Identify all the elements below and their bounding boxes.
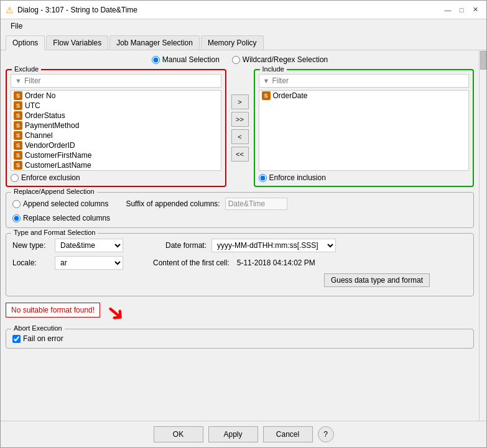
content-scrollbar[interactable]	[479, 50, 486, 421]
list-item[interactable]: S CustomerLastName	[11, 160, 221, 170]
new-type-row: New type: Date&time Date Time Date forma…	[12, 239, 467, 252]
replace-append-section: Replace/Append Selection Append selected…	[6, 192, 474, 228]
replace-radio-group: Replace selected columns	[12, 214, 467, 222]
scrollbar-thumb[interactable]	[480, 51, 486, 70]
enforce-exclusion-row: Enforce exclusion	[11, 173, 221, 182]
replace-radio-input[interactable]	[12, 214, 21, 222]
replace-append-label: Replace/Append Selection	[11, 188, 97, 195]
list-item[interactable]: S Channel	[11, 130, 221, 140]
tabs-bar: Options Flow Variables Job Manager Selec…	[1, 33, 486, 50]
include-filter-icon: ▼	[263, 77, 270, 85]
exclude-list[interactable]: S Order No S UTC S OrderStatus S	[11, 90, 221, 171]
tab-options[interactable]: Options	[6, 35, 45, 50]
tab-job-manager[interactable]: Job Manager Selection	[109, 35, 200, 50]
s-badge: S	[14, 131, 22, 140]
move-left-one-button[interactable]: <	[231, 129, 249, 144]
wildcard-selection-radio: Wildcard/Regex Selection	[232, 55, 328, 64]
suffix-input[interactable]	[225, 198, 287, 210]
enforce-exclusion-label: Enforce exclusion	[21, 173, 80, 182]
fail-on-error-checkbox[interactable]	[12, 335, 21, 343]
enforce-inclusion-radio[interactable]	[259, 174, 267, 182]
title-bar-left: ⚠ Dialog - 3:107 - String to Date&Time	[6, 5, 137, 15]
item-label: CustomerLastName	[25, 161, 91, 170]
list-item[interactable]: S CustomerFirstName	[11, 150, 221, 160]
item-label: CustomerFirstName	[25, 151, 91, 160]
s-badge: S	[14, 151, 22, 160]
minimize-button[interactable]: —	[442, 4, 454, 16]
item-label: OrderStatus	[25, 111, 65, 120]
warning-icon: ⚠	[6, 5, 14, 15]
new-type-select[interactable]: Date&time Date Time	[55, 239, 123, 252]
include-box: Include ▼ S OrderDate Enforce inclusion	[254, 69, 475, 187]
move-right-all-button[interactable]: >>	[231, 112, 249, 127]
s-badge: S	[14, 141, 22, 150]
close-button[interactable]: ✕	[469, 4, 481, 16]
help-button[interactable]: ?	[318, 426, 334, 442]
append-radio-group: Append selected columns	[12, 199, 108, 208]
include-filter-input[interactable]	[272, 76, 465, 85]
include-list[interactable]: S OrderDate	[259, 90, 470, 171]
exclude-filter-input[interactable]	[24, 76, 217, 85]
title-bar: ⚠ Dialog - 3:107 - String to Date&Time —…	[1, 1, 486, 19]
guess-button[interactable]: Guess data type and format	[324, 273, 430, 287]
s-badge: S	[262, 91, 271, 100]
new-type-label: New type:	[12, 241, 50, 250]
cancel-button[interactable]: Cancel	[263, 426, 313, 442]
dialog-window: ⚠ Dialog - 3:107 - String to Date&Time —…	[0, 0, 487, 448]
item-label: UTC	[25, 101, 40, 110]
tab-flow-variables[interactable]: Flow Variables	[46, 35, 108, 50]
exclude-label: Exclude	[12, 65, 41, 73]
item-label: Order No	[25, 91, 55, 100]
exclude-filter-icon: ▼	[15, 77, 22, 85]
file-menu[interactable]: File	[6, 21, 27, 32]
item-label: OrderDate	[273, 91, 308, 100]
enforce-exclusion-radio[interactable]	[11, 174, 19, 182]
error-row: No suitable format found! ➜	[6, 301, 474, 324]
list-item[interactable]: S OrderDate	[259, 91, 469, 101]
wildcard-radio-input[interactable]	[232, 56, 240, 64]
tab-memory-policy[interactable]: Memory Policy	[201, 35, 264, 50]
item-label: VendorOrderID	[25, 141, 75, 150]
locale-select[interactable]: ar en de	[55, 256, 123, 270]
include-label: Include	[260, 65, 287, 73]
content-scroll: Manual Selection Wildcard/Regex Selectio…	[1, 50, 486, 421]
content-area: Manual Selection Wildcard/Regex Selectio…	[1, 50, 479, 421]
manual-radio-input[interactable]	[152, 56, 160, 64]
list-item[interactable]: S VendorOrderID	[11, 140, 221, 150]
manual-selection-radio: Manual Selection	[152, 55, 220, 64]
include-filter-wrapper: ▼	[259, 74, 470, 88]
maximize-button[interactable]: □	[455, 4, 468, 16]
apply-button[interactable]: Apply	[208, 426, 258, 442]
bottom-bar: OK Apply Cancel ?	[1, 421, 486, 447]
list-item[interactable]: S Order No	[11, 91, 221, 101]
ok-button[interactable]: OK	[154, 426, 203, 442]
fail-on-error-row: Fail on error	[12, 334, 467, 343]
menu-bar: File	[1, 19, 486, 33]
enforce-inclusion-row: Enforce inclusion	[259, 173, 470, 182]
item-label: PaymentMethod	[25, 121, 79, 130]
exclude-box: Exclude ▼ S Order No S UTC	[6, 69, 226, 187]
first-cell-value: 5-11-2018 04:14:02 PM	[237, 258, 315, 267]
first-cell-label: Content of the first cell:	[153, 258, 230, 267]
abort-section: Abort Execution Fail on error	[6, 329, 474, 349]
title-controls: — □ ✕	[442, 4, 481, 16]
type-format-label: Type and Format Selection	[11, 229, 98, 236]
locale-label: Locale:	[12, 258, 50, 267]
s-badge: S	[14, 111, 22, 120]
list-item[interactable]: S OrderStatus	[11, 111, 221, 121]
move-left-all-button[interactable]: <<	[231, 147, 249, 162]
replace-label: Replace selected columns	[23, 214, 110, 222]
list-item[interactable]: S UTC	[11, 101, 221, 111]
exclude-filter-wrapper: ▼	[11, 74, 221, 88]
s-badge: S	[14, 121, 22, 130]
list-item[interactable]: S PaymentMethod	[11, 121, 221, 130]
date-format-select[interactable]: yyyy-MM-ddTHH:mm:ss[.SSS]	[211, 239, 336, 252]
red-arrow-icon: ➜	[101, 298, 130, 327]
append-radio-input[interactable]	[12, 200, 21, 208]
locale-row: Locale: ar en de Content of the first ce…	[12, 256, 467, 270]
move-right-one-button[interactable]: >	[231, 94, 249, 109]
manual-selection-label: Manual Selection	[162, 55, 220, 64]
enforce-inclusion-label: Enforce inclusion	[269, 173, 326, 182]
suffix-label: Suffix of appended columns:	[126, 199, 220, 208]
s-badge: S	[14, 91, 22, 100]
